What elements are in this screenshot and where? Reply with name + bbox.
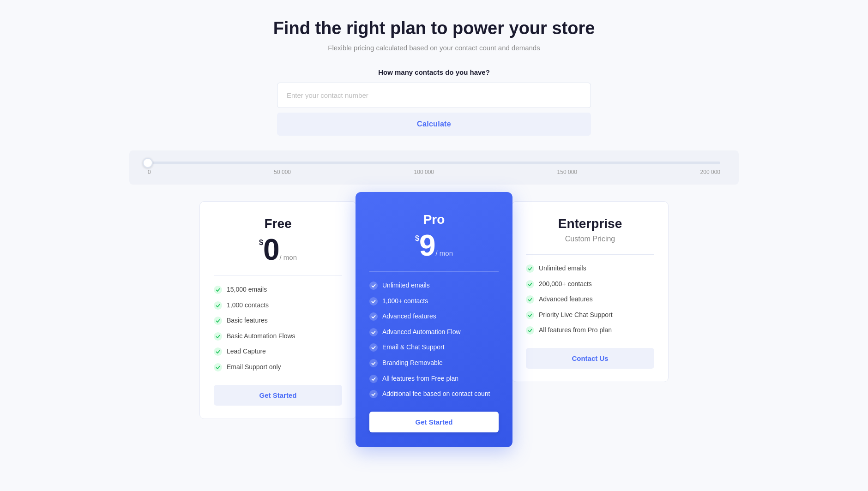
feature-text: 15,000 emails bbox=[227, 285, 267, 294]
contact-label: How many contacts do you have? bbox=[277, 68, 591, 76]
feature-item: Email Support only bbox=[214, 363, 342, 372]
feature-item: 200,000+ contacts bbox=[526, 280, 654, 289]
feature-item: Basic Automation Flows bbox=[214, 332, 342, 341]
svg-point-4 bbox=[214, 347, 222, 356]
plan-name: Free bbox=[214, 216, 342, 231]
check-icon bbox=[369, 281, 378, 290]
svg-point-0 bbox=[214, 286, 222, 294]
svg-point-16 bbox=[526, 295, 534, 304]
feature-text: Priority Live Chat Support bbox=[539, 311, 613, 320]
check-icon bbox=[214, 286, 222, 294]
svg-point-10 bbox=[369, 343, 378, 352]
page-subtitle: Flexible pricing calculated based on you… bbox=[328, 44, 540, 52]
feature-text: 1,000 contacts bbox=[227, 301, 269, 310]
feature-item: Priority Live Chat Support bbox=[526, 311, 654, 320]
slider-section: 0 50 000 100 000 150 000 200 000 bbox=[129, 150, 739, 185]
check-icon bbox=[214, 347, 222, 356]
check-icon bbox=[369, 328, 378, 336]
plan-card-enterprise: Enterprise Custom Pricing Unlimited emai… bbox=[512, 201, 669, 382]
check-icon bbox=[526, 326, 534, 335]
slider-labels: 0 50 000 100 000 150 000 200 000 bbox=[148, 169, 720, 175]
feature-item: Advanced features bbox=[526, 295, 654, 304]
check-icon bbox=[369, 359, 378, 367]
feature-text: Additional fee based on contact count bbox=[382, 389, 490, 399]
slider-label-2: 100 000 bbox=[414, 169, 434, 175]
plan-cta-button[interactable]: Contact Us bbox=[526, 348, 654, 369]
feature-item: Branding Removable bbox=[369, 359, 499, 368]
svg-point-3 bbox=[214, 332, 222, 341]
check-icon bbox=[526, 264, 534, 273]
plans-section: Free $0/ mon 15,000 emails 1,000 contact… bbox=[180, 201, 688, 438]
svg-point-9 bbox=[369, 328, 378, 336]
plan-price-dollar: $ bbox=[415, 234, 419, 243]
plan-price-number: 0 bbox=[263, 233, 280, 266]
plan-price-area: $0/ mon bbox=[214, 235, 342, 264]
feature-text: Unlimited emails bbox=[539, 264, 586, 273]
feature-list: 15,000 emails 1,000 contacts Basic featu… bbox=[214, 285, 342, 372]
svg-point-7 bbox=[369, 297, 378, 305]
slider-thumb[interactable] bbox=[143, 158, 153, 168]
feature-item: 15,000 emails bbox=[214, 285, 342, 294]
svg-point-1 bbox=[214, 301, 222, 310]
plan-price-number: 9 bbox=[419, 229, 436, 262]
svg-point-12 bbox=[369, 375, 378, 383]
feature-text: All features from Free plan bbox=[382, 374, 458, 383]
feature-item: 1,000 contacts bbox=[214, 301, 342, 310]
feature-text: Email & Chat Support bbox=[382, 343, 445, 352]
plan-custom-pricing: Custom Pricing bbox=[526, 235, 654, 243]
plan-price-period: / mon bbox=[435, 249, 453, 257]
feature-list: Unlimited emails 200,000+ contacts Advan… bbox=[526, 264, 654, 335]
plan-card-pro: Pro $9/ mon Unlimited emails 1,000+ cont… bbox=[356, 192, 512, 447]
plan-name: Pro bbox=[369, 212, 499, 227]
svg-point-6 bbox=[369, 281, 378, 290]
check-icon bbox=[526, 295, 534, 304]
plan-cta-button[interactable]: Get Started bbox=[369, 412, 499, 432]
feature-item: Basic features bbox=[214, 316, 342, 325]
plan-divider bbox=[526, 254, 654, 255]
slider-track[interactable] bbox=[148, 162, 720, 164]
svg-point-13 bbox=[369, 390, 378, 398]
check-icon bbox=[526, 280, 534, 288]
contact-input[interactable] bbox=[277, 83, 591, 108]
svg-point-18 bbox=[526, 326, 534, 335]
contact-section: How many contacts do you have? Calculate bbox=[277, 68, 591, 136]
check-icon bbox=[526, 311, 534, 319]
feature-text: All features from Pro plan bbox=[539, 326, 612, 335]
feature-text: Advanced features bbox=[382, 312, 436, 321]
svg-point-5 bbox=[214, 363, 222, 371]
check-icon bbox=[369, 297, 378, 305]
feature-text: Advanced features bbox=[539, 295, 593, 304]
feature-item: Lead Capture bbox=[214, 347, 342, 356]
plan-price-period: / mon bbox=[279, 253, 297, 261]
check-icon bbox=[214, 363, 222, 371]
svg-point-14 bbox=[526, 264, 534, 273]
check-icon bbox=[369, 375, 378, 383]
plan-name: Enterprise bbox=[526, 216, 654, 231]
feature-text: 200,000+ contacts bbox=[539, 280, 592, 289]
svg-point-15 bbox=[526, 280, 534, 288]
calculate-button[interactable]: Calculate bbox=[277, 113, 591, 136]
slider-label-0: 0 bbox=[148, 169, 151, 175]
feature-item: 1,000+ contacts bbox=[369, 297, 499, 306]
feature-item: Email & Chat Support bbox=[369, 343, 499, 352]
plan-card-free: Free $0/ mon 15,000 emails 1,000 contact… bbox=[199, 201, 356, 419]
feature-item: All features from Free plan bbox=[369, 374, 499, 383]
plan-cta-button[interactable]: Get Started bbox=[214, 385, 342, 406]
feature-item: Unlimited emails bbox=[526, 264, 654, 273]
feature-text: Unlimited emails bbox=[382, 281, 430, 290]
page-title: Find the right plan to power your store bbox=[273, 18, 595, 38]
feature-item: Additional fee based on contact count bbox=[369, 389, 499, 399]
plan-divider bbox=[214, 275, 342, 276]
plan-price-area: $9/ mon bbox=[369, 231, 499, 260]
feature-item: All features from Pro plan bbox=[526, 326, 654, 335]
check-icon bbox=[214, 332, 222, 341]
feature-text: Lead Capture bbox=[227, 347, 266, 356]
check-icon bbox=[369, 390, 378, 398]
feature-text: Basic features bbox=[227, 316, 268, 325]
check-icon bbox=[369, 343, 378, 352]
check-icon bbox=[214, 317, 222, 325]
svg-point-17 bbox=[526, 311, 534, 319]
feature-text: Basic Automation Flows bbox=[227, 332, 295, 341]
feature-text: Advanced Automation Flow bbox=[382, 328, 461, 337]
feature-text: Email Support only bbox=[227, 363, 281, 372]
